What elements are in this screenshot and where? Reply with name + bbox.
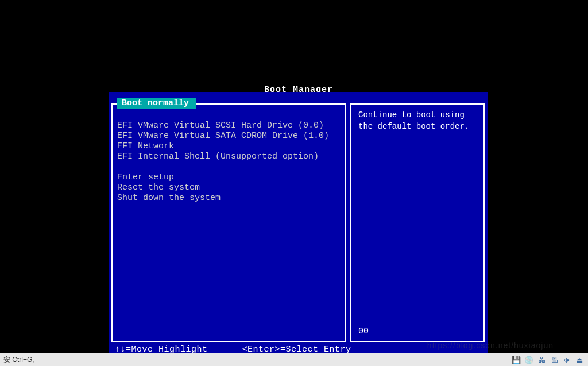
boot-option-sata-cdrom[interactable]: EFI VMware Virtual SATA CDROM Drive (1.0… [113,131,345,141]
boot-device-list: EFI VMware Virtual SCSI Hard Drive (0.0)… [113,115,345,162]
vm-tray: 💾 💿 🖧 🖶 🕩 ⏏ [511,355,585,364]
help-panel: Continue to boot using the default boot … [350,103,485,342]
network-icon[interactable]: 🖧 [536,355,547,364]
boot-option-shutdown-system[interactable]: Shut down the system [113,193,345,203]
watermark-text: https://blog.csdn.net/huxiaojun [427,341,554,350]
system-actions-list: Enter setup Reset the system Shut down t… [113,172,345,203]
boot-option-boot-normally[interactable]: Boot normally [117,98,196,109]
usb-icon[interactable]: ⏏ [574,355,585,364]
boot-manager-screen: Boot normally EFI VMware Virtual SCSI Ha… [109,92,488,353]
boot-option-reset-system[interactable]: Reset the system [113,183,345,193]
boot-options-panel: Boot normally EFI VMware Virtual SCSI Ha… [111,103,346,342]
help-code: 00 [358,326,369,336]
vm-status-bar: 安 Ctrl+G。 💾 💿 🖧 🖶 🕩 ⏏ [0,353,588,366]
printer-icon[interactable]: 🖶 [549,355,559,364]
sound-icon[interactable]: 🕩 [562,355,572,364]
disk-icon[interactable]: 💾 [511,355,521,364]
cd-icon[interactable]: 💿 [524,355,534,364]
help-text: Continue to boot using the default boot … [351,105,483,137]
boot-option-enter-setup[interactable]: Enter setup [113,172,345,183]
status-hint: 安 Ctrl+G。 [3,355,39,365]
boot-option-internal-shell[interactable]: EFI Internal Shell (Unsupported option) [113,152,345,162]
boot-option-network[interactable]: EFI Network [113,141,345,152]
boot-option-scsi-drive[interactable]: EFI VMware Virtual SCSI Hard Drive (0.0) [113,121,345,131]
